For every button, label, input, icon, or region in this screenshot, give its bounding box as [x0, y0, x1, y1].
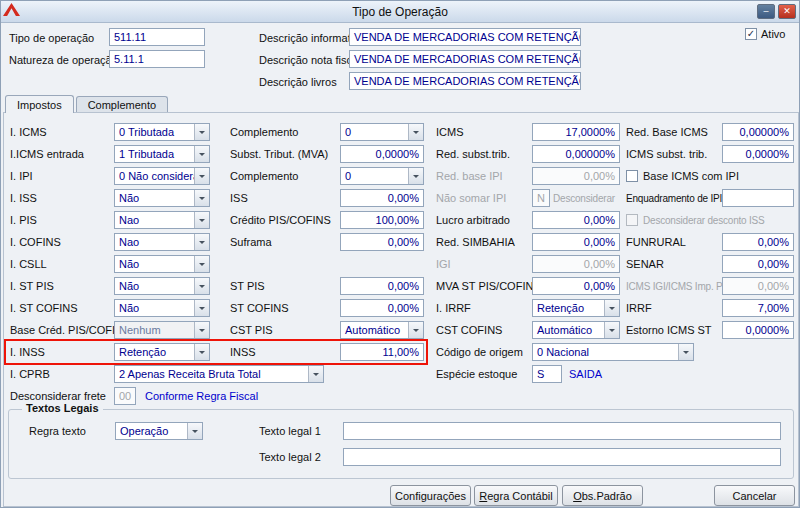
complemento-icms-select[interactable]: 0	[340, 123, 424, 141]
i-icms-entrada-select[interactable]: 1 Tributada	[114, 145, 210, 163]
icms-igi-field: 0,00%	[722, 277, 794, 295]
descricao-nota-fiscal-field[interactable]: VENDA DE MERCADORIAS COM RETENÇÃO	[349, 50, 581, 68]
impostos-tab-panel: I. ICMS 0 Tributada Complemento 0 ICMS 1…	[3, 112, 799, 507]
chevron-down-icon	[187, 423, 202, 439]
title-bar[interactable]: Tipo de Operação – ✕	[1, 1, 799, 23]
i-ipi-select[interactable]: 0 Não considera	[114, 167, 210, 185]
i-irrf-select[interactable]: Retenção	[532, 299, 620, 317]
red-simbahia-field[interactable]: 0,00%	[532, 233, 620, 251]
red-simbahia-label: Red. SIMBAHIA	[436, 236, 532, 248]
especie-estoque-group: S SAIDA	[532, 365, 794, 383]
especie-estoque-descricao: SAIDA	[569, 368, 602, 380]
close-button[interactable]: ✕	[778, 4, 796, 19]
i-cprb-select[interactable]: 2 Apenas Receita Bruta Total	[114, 365, 324, 383]
icms-label: ICMS	[436, 126, 532, 138]
chevron-down-icon	[678, 344, 693, 360]
regra-contabil-button[interactable]: Regra Contábil	[474, 485, 558, 506]
obs-padrao-button[interactable]: Obs.Padrão	[562, 485, 643, 506]
natureza-operacao-field[interactable]: 5.11.1	[109, 50, 205, 68]
i-st-pis-select[interactable]: Não	[114, 277, 210, 295]
red-base-icms-label: Red. Base ICMS	[626, 126, 722, 138]
senar-field[interactable]: 0,00%	[722, 255, 794, 273]
desconsiderar-desconto-iss-label: Desconsiderar desconto ISS	[643, 215, 765, 226]
minimize-icon: –	[763, 7, 768, 16]
cst-cofins-select[interactable]: Automático	[532, 321, 620, 339]
suframa-label: Suframa	[230, 236, 340, 248]
red-subst-trib-field[interactable]: 0,00000%	[532, 145, 620, 163]
i-iss-select[interactable]: Não	[114, 189, 210, 207]
iss-field[interactable]: 0,00%	[340, 189, 424, 207]
subst-tribut-mva-label: Subst. Tribut. (MVA)	[230, 148, 340, 160]
configuracoes-button[interactable]: Configurações	[390, 485, 471, 506]
chevron-down-icon	[194, 168, 209, 184]
lucro-arbitrado-field[interactable]: 0,00%	[532, 211, 620, 229]
descricao-livros-label: Descrição livros	[259, 76, 337, 88]
especie-estoque-field[interactable]: S	[532, 365, 562, 383]
st-cofins-field[interactable]: 0,00%	[340, 299, 424, 317]
i-csll-select[interactable]: Não	[114, 255, 210, 273]
descricao-livros-field[interactable]: VENDA DE MERCADORIAS COM RETENÇÃO	[349, 72, 581, 90]
cancelar-button[interactable]: Cancelar	[714, 485, 795, 506]
inss-label: INSS	[230, 346, 340, 358]
i-pis-value: Nao	[115, 214, 194, 226]
subst-tribut-mva-field[interactable]: 0,0000%	[340, 145, 424, 163]
st-pis-field[interactable]: 0,00%	[340, 277, 424, 295]
chevron-down-icon	[408, 124, 423, 140]
estorno-icms-st-field[interactable]: 0,0000%	[722, 321, 794, 339]
base-icms-com-ipi-checkbox[interactable]: Base ICMS com IPI	[626, 170, 794, 182]
mva-st-pis-cofins-label: MVA ST PIS/COFINS	[436, 280, 532, 292]
texto-legal-1-field[interactable]	[343, 422, 781, 440]
natureza-operacao-label: Natureza de operação	[9, 54, 118, 66]
tab-impostos[interactable]: Impostos	[5, 95, 74, 113]
funrural-field[interactable]: 0,00%	[722, 233, 794, 251]
complemento-ipi-select[interactable]: 0	[340, 167, 424, 185]
regra-contabil-button-label: Regra Contábil	[479, 490, 552, 502]
complemento-ipi-label: Complemento	[230, 170, 340, 182]
tipo-operacao-field[interactable]: 511.11	[109, 28, 205, 46]
texto-legal-2-field[interactable]	[343, 448, 781, 466]
i-pis-select[interactable]: Nao	[114, 211, 210, 229]
ativo-checkbox[interactable]: ✓ Ativo	[745, 28, 785, 40]
minimize-button[interactable]: –	[757, 4, 775, 19]
desconsiderar-text: Desconsiderar	[553, 193, 615, 204]
i-icms-value: 0 Tributada	[115, 126, 194, 138]
complemento-ipi-value: 0	[341, 170, 408, 182]
cst-pis-select[interactable]: Automático	[340, 321, 424, 339]
irrf-field[interactable]: 7,00%	[722, 299, 794, 317]
iss-label: ISS	[230, 192, 340, 204]
i-inss-select[interactable]: Retenção	[114, 343, 210, 361]
icms-field[interactable]: 17,0000%	[532, 123, 620, 141]
i-inss-value: Retenção	[115, 346, 194, 358]
inss-field[interactable]: 11,00%	[340, 343, 424, 361]
i-st-pis-value: Não	[115, 280, 194, 292]
cst-cofins-value: Automático	[533, 324, 604, 336]
chevron-down-icon	[194, 256, 209, 272]
regra-texto-select[interactable]: Operação	[115, 422, 203, 440]
descricao-informativa-field[interactable]: VENDA DE MERCADORIAS COM RETENÇÃO	[349, 28, 581, 46]
texto-legal-1-label: Texto legal 1	[259, 425, 321, 437]
suframa-field[interactable]: 0,00%	[340, 233, 424, 251]
codigo-origem-select[interactable]: 0 Nacional	[532, 343, 694, 361]
i-st-cofins-select[interactable]: Não	[114, 299, 210, 317]
base-cred-pis-cofins-select: Nenhum	[114, 321, 210, 339]
i-icms-select[interactable]: 0 Tributada	[114, 123, 210, 141]
desconsiderar-frete-field: 00	[114, 387, 136, 405]
i-cofins-label: I. COFINS	[10, 236, 114, 248]
chevron-down-icon	[194, 344, 209, 360]
close-icon: ✕	[783, 7, 791, 16]
enquadramento-ipi-label: Enquadramento de IPI	[626, 193, 722, 204]
desconsiderar-desconto-iss-checkbox: Desconsiderar desconto ISS	[626, 214, 794, 226]
red-base-ipi-field: 0,00%	[532, 167, 620, 185]
credito-pis-cofins-field[interactable]: 100,00%	[340, 211, 424, 229]
red-base-icms-field[interactable]: 0,00000%	[722, 123, 794, 141]
chevron-down-icon	[194, 212, 209, 228]
base-cred-pis-cofins-value: Nenhum	[115, 324, 194, 336]
i-cofins-select[interactable]: Nao	[114, 233, 210, 251]
chevron-down-icon	[194, 278, 209, 294]
credito-pis-cofins-label: Crédito PIS/COFINS	[230, 214, 340, 226]
icms-subst-trib-field[interactable]: 0,0000%	[722, 145, 794, 163]
estorno-icms-st-label: Estorno ICMS ST	[626, 324, 722, 336]
mva-st-pis-cofins-field[interactable]: 0,00%	[532, 277, 620, 295]
tab-complemento[interactable]: Complemento	[76, 96, 168, 112]
enquadramento-ipi-field[interactable]	[722, 189, 794, 207]
